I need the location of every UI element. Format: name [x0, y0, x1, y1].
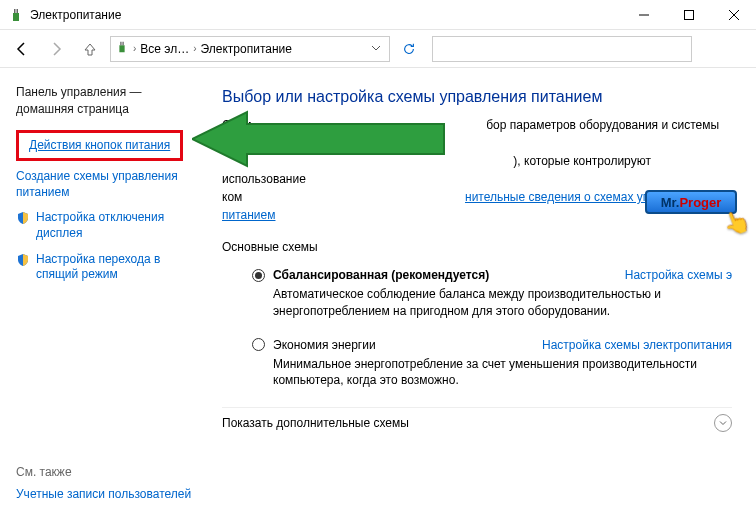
desc-text: ), которые контролируют использование [222, 154, 651, 186]
show-additional-plans[interactable]: Показать дополнительные схемы [222, 407, 732, 438]
chevron-right-icon: › [133, 43, 136, 54]
up-button[interactable] [76, 35, 104, 63]
sidebar-item[interactable]: Создание схемы управления питанием [16, 169, 188, 200]
power-options-icon [8, 7, 24, 23]
page-title: Выбор или настройка схемы управления пит… [222, 88, 732, 106]
sidebar-footer: См. также Учетные записи пользователей [16, 465, 191, 503]
maximize-button[interactable] [666, 0, 711, 30]
power-options-icon [115, 40, 129, 57]
plan-settings-link[interactable]: Настройка схемы электропитания [542, 338, 732, 352]
watermark: Mr.Proger 👆 [645, 190, 748, 230]
sidebar: Панель управления — домашняя страница Де… [0, 68, 198, 513]
radio-powersaver[interactable] [252, 338, 265, 351]
svg-rect-4 [684, 10, 693, 19]
sidebar-item[interactable]: Настройка перехода в спящий режим [16, 252, 188, 283]
chevron-down-icon [714, 414, 732, 432]
plan-description: Автоматическое соблюдение баланса между … [273, 286, 703, 320]
see-also-heading: См. также [16, 465, 191, 479]
sidebar-item-power-buttons[interactable]: Действия кнопок питания [29, 138, 170, 152]
breadcrumb-dropdown[interactable] [367, 42, 385, 56]
content-body: Панель управления — домашняя страница Де… [0, 68, 756, 513]
desc-text: Схем [222, 118, 251, 132]
power-plan: Сбалансированная (рекомендуется) Настрой… [252, 268, 732, 320]
sidebar-home-link[interactable]: Панель управления — домашняя страница [16, 84, 188, 118]
breadcrumb-item[interactable]: Электропитание [201, 42, 292, 56]
plan-name: Сбалансированная (рекомендуется) [273, 268, 489, 282]
svg-rect-8 [120, 42, 121, 46]
radio-balanced[interactable] [252, 269, 265, 282]
power-plan: Экономия энергии Настройка схемы электро… [252, 338, 732, 390]
plan-name: Экономия энергии [273, 338, 376, 352]
forward-button[interactable] [42, 35, 70, 63]
breadcrumb-item[interactable]: Все эл… [140, 42, 189, 56]
sidebar-item-highlighted: Действия кнопок питания [16, 130, 183, 162]
section-heading: Основные схемы [222, 240, 732, 254]
sidebar-item-label: Создание схемы управления питанием [16, 169, 188, 200]
sidebar-item-label: Настройка отключения дисплея [36, 210, 188, 241]
main-content: Выбор или настройка схемы управления пит… [198, 68, 756, 513]
sidebar-item-label: Настройка перехода в спящий режим [36, 252, 188, 283]
chevron-right-icon: › [193, 43, 196, 54]
shield-icon [16, 253, 30, 267]
additional-info-link[interactable]: нительные сведения о схемах управления п… [222, 190, 702, 222]
plan-description: Минимальное энергопотребление за счет ум… [273, 356, 703, 390]
back-button[interactable] [8, 35, 36, 63]
search-input[interactable] [432, 36, 692, 62]
see-also-link[interactable]: Учетные записи пользователей [16, 487, 191, 503]
watermark-text: Proger [679, 195, 721, 210]
plan-settings-link[interactable]: Настройка схемы э [625, 268, 732, 282]
titlebar: Электропитание [0, 0, 756, 30]
shield-icon [16, 211, 30, 225]
desc-text: бор параметров оборудования и системы (т… [222, 118, 719, 150]
breadcrumb[interactable]: › Все эл… › Электропитание [110, 36, 390, 62]
window-controls [621, 0, 756, 30]
window-title: Электропитание [30, 8, 621, 22]
svg-rect-7 [119, 45, 124, 52]
close-button[interactable] [711, 0, 756, 30]
navbar: › Все эл… › Электропитание [0, 30, 756, 68]
watermark-text: Mr. [661, 195, 680, 210]
expand-label: Показать дополнительные схемы [222, 416, 409, 430]
svg-rect-2 [17, 9, 19, 13]
sidebar-item[interactable]: Настройка отключения дисплея [16, 210, 188, 241]
svg-rect-1 [14, 9, 16, 13]
watermark-badge: Mr.Proger [645, 190, 737, 214]
svg-rect-9 [122, 42, 123, 46]
refresh-button[interactable] [396, 36, 422, 62]
desc-text: ком [222, 190, 242, 204]
svg-rect-0 [13, 13, 19, 21]
minimize-button[interactable] [621, 0, 666, 30]
